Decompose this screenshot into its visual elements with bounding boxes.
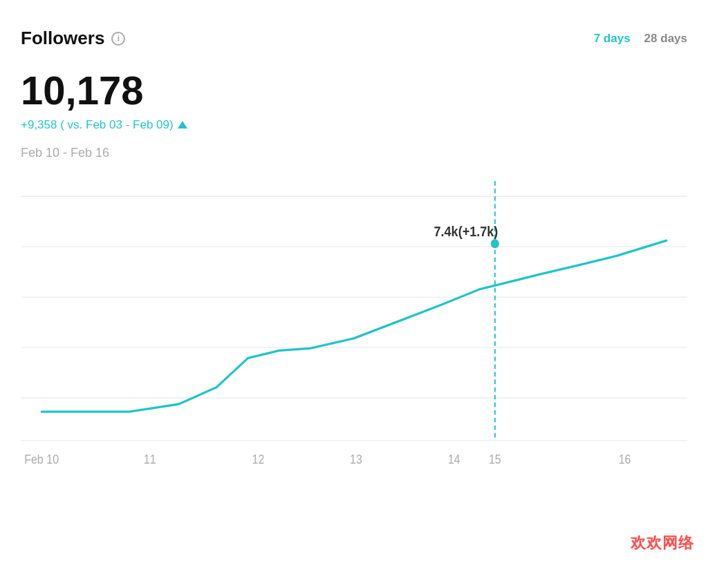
svg-text:14: 14 [448,453,460,466]
svg-text:15: 15 [489,453,501,466]
page-title: Followers [21,28,104,49]
date-range-label: Feb 10 - Feb 16 [21,146,687,160]
followers-chart: 7.4k(+1.7k) Feb 10 11 12 13 14 15 16 [21,181,687,471]
header-left: Followers i [21,28,125,49]
svg-text:Feb 10: Feb 10 [24,453,59,466]
period-28-days-button[interactable]: 28 days [644,32,687,46]
info-icon[interactable]: i [111,32,125,46]
period-selector: 7 days 28 days [594,32,687,46]
header-row: Followers i 7 days 28 days [21,28,687,49]
svg-text:13: 13 [350,453,362,466]
followers-change: +9,358 ( vs. Feb 03 - Feb 09) [21,118,687,132]
svg-text:11: 11 [144,453,156,466]
chart-area: 7.4k(+1.7k) Feb 10 11 12 13 14 15 16 [21,181,687,471]
trend-up-icon [178,121,187,129]
svg-point-7 [491,239,499,248]
svg-text:7.4k(+1.7k): 7.4k(+1.7k) [434,224,498,239]
period-7-days-button[interactable]: 7 days [594,32,631,46]
svg-text:16: 16 [619,453,631,466]
svg-text:12: 12 [252,453,264,466]
watermark: 欢欢网络 [631,533,694,553]
main-container: Followers i 7 days 28 days 10,178 +9,358… [0,0,708,588]
followers-count: 10,178 [21,68,687,113]
